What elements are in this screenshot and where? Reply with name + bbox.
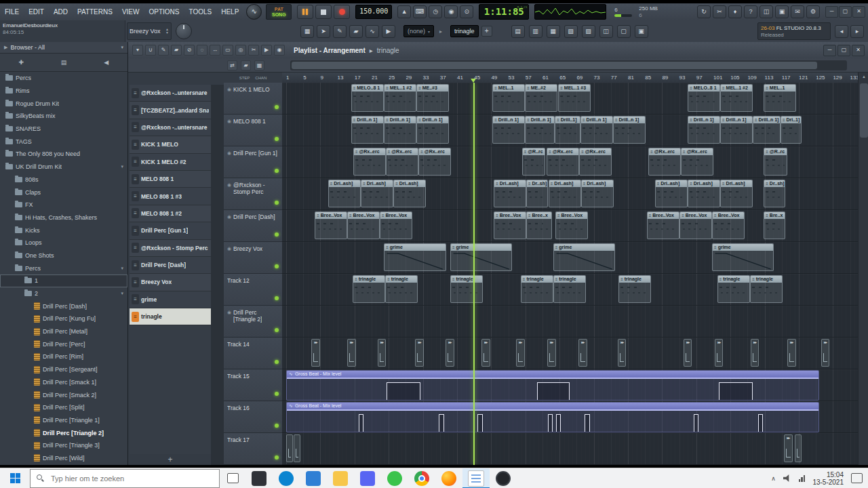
track-lane-6[interactable]: ≡grime≡grime≡grime≡grime (282, 242, 858, 274)
pattern-clip-drill-n-1[interactable]: ≡Drill..n 1] (580, 116, 613, 144)
cut-icon[interactable]: ✂ (713, 5, 726, 18)
taskbar-app-discord[interactable] (354, 468, 381, 488)
playlist-view-icon[interactable]: ▤ (511, 25, 525, 38)
pattern-item-trinagle[interactable]: ≡trinagle (130, 308, 211, 325)
audio-clip[interactable]: ▸▸ (415, 339, 424, 367)
pencil-icon[interactable]: ✎ (333, 25, 347, 38)
piano-roll-icon[interactable]: ▥ (529, 25, 542, 38)
browser-file-drill-perc-smack-1[interactable]: Drill Perc [Smack 1] (0, 376, 127, 389)
pattern-clip-dr-sh[interactable]: ≡Dr..sh] (764, 180, 785, 207)
pattern-clip-bree-vox[interactable]: ≡Bree..Vox (647, 211, 679, 239)
browser-file-drill-perc-triangle-2[interactable]: Drill Perc [Triangle 2] (0, 426, 127, 439)
arrangement-selector[interactable]: trinagle (450, 25, 479, 37)
pattern-clip-drill-n-1[interactable]: ≡Drill..n 1] (525, 116, 554, 144)
add-tab-icon[interactable]: ✚ (12, 57, 30, 68)
audition-icon[interactable]: ▶ (382, 25, 395, 38)
track-lane-7[interactable]: ≡trinagle≡trinagle≡trinagle≡trinagle≡tri… (282, 274, 858, 306)
close-button[interactable]: ✕ (852, 45, 865, 56)
track-led[interactable] (275, 328, 279, 332)
stop-button[interactable] (315, 5, 332, 19)
pattern-clip-rx-erc[interactable]: ≡@Rx..erc (386, 148, 418, 176)
track-header-rxckson-stomp-perc[interactable]: ◉@Rxckson -Stomp Perc (224, 178, 282, 210)
audio-clip[interactable]: ▸▸ (821, 339, 830, 367)
track-led[interactable] (275, 392, 279, 396)
touch-controller-icon[interactable]: ▢ (617, 25, 631, 38)
record-button[interactable] (334, 5, 350, 19)
pattern-clip-rx-erc[interactable]: ≡@Rx..erc (681, 148, 713, 176)
track-led[interactable] (275, 105, 279, 109)
browser-folder-silkybeats-mix[interactable]: SilkyBeats mix (0, 110, 127, 123)
audio-clip[interactable] (286, 434, 293, 462)
horizontal-scrollbar[interactable] (290, 60, 847, 70)
browser-folder-tags[interactable]: TAGS (0, 135, 127, 148)
pattern-clip-grime[interactable]: ≡grime (712, 243, 774, 271)
browser-file-drill-perc-kung-fu[interactable]: Drill Perc [Kung Fu] (0, 312, 127, 325)
paint-icon[interactable]: ▰ (171, 45, 182, 56)
pattern-clip-trinagle[interactable]: ≡trinagle (618, 275, 651, 303)
browser-folder-the-only-808-you-need[interactable]: The Only 808 you Need (0, 148, 127, 161)
files-tab-icon[interactable]: ▤ (55, 57, 73, 68)
snap-grid-icon[interactable]: ▦ (300, 25, 314, 38)
track-led[interactable] (275, 424, 279, 428)
browser-folder-one-shots[interactable]: One Shots (0, 249, 127, 262)
pattern-clip-mel-1[interactable]: ≡MEL..1 (492, 84, 525, 112)
browser-folder-rims[interactable]: Rims (0, 85, 127, 98)
pattern-clip-mel-1-2[interactable]: ≡MEL..1 #2 (384, 84, 416, 112)
pat-label[interactable]: PAT (275, 7, 283, 12)
track-header-melo-808-1[interactable]: ◉MELO 808 1 (224, 115, 282, 146)
pattern-clip-trinagle[interactable]: ≡trinagle (353, 275, 385, 303)
pattern-clip-mel-1-3[interactable]: ≡MEL..1 #3 (558, 84, 591, 112)
scroll-right-icon[interactable]: ▸ (850, 25, 864, 38)
pattern-clip-rx-erc[interactable]: ≡@Rx..erc (353, 148, 386, 176)
pattern-clip-rx-erc[interactable]: ≡@Rx..erc (579, 148, 612, 176)
audio-clip[interactable]: ▸▸ (347, 339, 356, 367)
audio-clip[interactable]: ▸▸ (684, 339, 692, 367)
taskbar-app-chrome[interactable] (408, 468, 435, 488)
menu-options[interactable]: OPTIONS (144, 3, 184, 20)
browser-folder-kicks[interactable]: Kicks (0, 224, 127, 237)
browser-folder-1[interactable]: 1 (0, 274, 127, 287)
playlist-titlebar[interactable]: ▾∪✎▰⊘◌↔▭◎✂▶◉ Playlist - Arrangement ▸ tr… (128, 42, 868, 59)
pattern-clip-melo-8-1[interactable]: ≡MELO..8 1 (351, 84, 384, 112)
audio-clip[interactable]: ▸▸ (311, 339, 320, 367)
browser-folder-loops[interactable]: Loops (0, 237, 127, 249)
pattern-item-rxckson-stomp-perc[interactable]: ≡@Rxckson - Stomp Perc (130, 240, 211, 257)
pattern-clip-bree-vox[interactable]: ≡Bree..Vox (380, 211, 412, 239)
pattern-clip-bree-vox[interactable]: ≡Bree..Vox (347, 211, 380, 239)
pattern-clip-me-3[interactable]: ≡ME..#3 (416, 84, 449, 112)
track-header-track-14[interactable]: Track 14 (224, 338, 282, 369)
pattern-clip-drill-n-1[interactable]: ≡Drill..n 1] (720, 116, 753, 144)
close-button[interactable]: ✕ (852, 6, 865, 18)
vertical-scrollbar-thumb[interactable] (860, 83, 868, 138)
browser-header[interactable]: ▶ Browser - All ▾ (0, 42, 127, 54)
browser-folder-snares[interactable]: SNARES (0, 123, 127, 136)
track-header-drill-perc-gun-1[interactable]: ◉Drill Perc [Gun 1] (224, 146, 282, 178)
taskbar-app-obs[interactable] (490, 468, 517, 488)
track-led[interactable] (275, 201, 279, 205)
taskbar-app-word-doc[interactable] (462, 468, 490, 488)
audio-clip[interactable]: ▸▸ (787, 339, 796, 367)
pattern-clip-grime[interactable]: ≡grime (450, 243, 512, 271)
track-lane-3[interactable]: ≡@Rx..erc≡@Rx..erc≡@Rx..erc≡@R..rc≡@Rx..… (282, 146, 858, 178)
pattern-item-melo-808-1-3[interactable]: ≡MELO 808 1 #3 (130, 188, 211, 205)
pattern-item-kick-1-melo[interactable]: ≡KICK 1 MELO (130, 136, 211, 153)
audio-clip[interactable]: ▸▸ (516, 339, 525, 367)
pattern-clip-drill-n-1[interactable]: ≡Drill..n 1] (613, 116, 646, 144)
menu-help[interactable]: HELP (216, 3, 243, 20)
settings-icon[interactable]: ⚙ (806, 5, 820, 18)
pattern-clip-dri-ash[interactable]: ≡Dri..ash] (581, 180, 614, 207)
time-display[interactable]: 1:11:85 M:S:CS (479, 4, 529, 20)
track-led[interactable] (275, 455, 279, 460)
audio-clip[interactable]: ▸▸ (618, 339, 627, 367)
pattern-clip-bree-vox[interactable]: ≡Bree..Vox (315, 211, 347, 239)
track-header-drill-perc-triangle-2[interactable]: ◉Drill Perc[Triangle 2] (224, 306, 282, 338)
pattern-clip-grime[interactable]: ≡grime (384, 243, 446, 271)
pattern-clip-trinagle[interactable]: ≡trinagle (750, 275, 783, 303)
add-pattern-button[interactable]: + (130, 454, 211, 465)
menu-edit[interactable]: EDIT (24, 3, 49, 20)
pattern-clip-dri-ash[interactable]: ≡Dri..ash] (494, 180, 526, 207)
task-view-button[interactable] (220, 468, 245, 488)
browser-folder-rogue-drum-kit[interactable]: Rogue Drum Kit (0, 97, 127, 110)
browser-folder-percs[interactable]: Percs▾ (0, 262, 127, 274)
pattern-clip-trinagle[interactable]: ≡trinagle (521, 275, 553, 303)
